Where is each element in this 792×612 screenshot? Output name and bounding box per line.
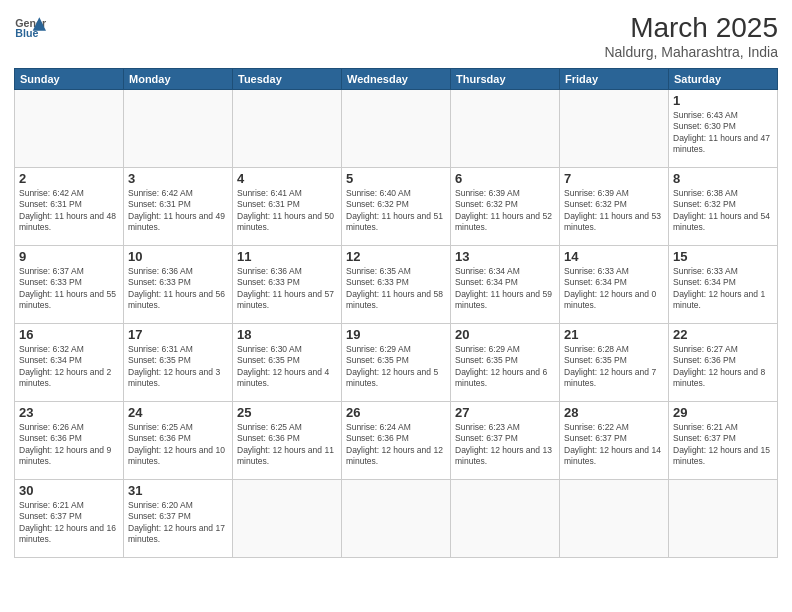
calendar-cell: 16Sunrise: 6:32 AMSunset: 6:34 PMDayligh… <box>15 324 124 402</box>
calendar-cell: 8Sunrise: 6:38 AMSunset: 6:32 PMDaylight… <box>669 168 778 246</box>
calendar-cell: 10Sunrise: 6:36 AMSunset: 6:33 PMDayligh… <box>124 246 233 324</box>
day-number: 19 <box>346 327 446 342</box>
day-info: Sunrise: 6:36 AMSunset: 6:33 PMDaylight:… <box>237 266 337 312</box>
day-info: Sunrise: 6:31 AMSunset: 6:35 PMDaylight:… <box>128 344 228 390</box>
day-number: 27 <box>455 405 555 420</box>
calendar-cell: 11Sunrise: 6:36 AMSunset: 6:33 PMDayligh… <box>233 246 342 324</box>
day-number: 13 <box>455 249 555 264</box>
day-number: 25 <box>237 405 337 420</box>
day-number: 5 <box>346 171 446 186</box>
day-number: 7 <box>564 171 664 186</box>
calendar-cell <box>233 90 342 168</box>
calendar-cell: 28Sunrise: 6:22 AMSunset: 6:37 PMDayligh… <box>560 402 669 480</box>
calendar-cell <box>451 90 560 168</box>
day-info: Sunrise: 6:37 AMSunset: 6:33 PMDaylight:… <box>19 266 119 312</box>
day-number: 9 <box>19 249 119 264</box>
calendar-cell: 9Sunrise: 6:37 AMSunset: 6:33 PMDaylight… <box>15 246 124 324</box>
calendar-week-5: 23Sunrise: 6:26 AMSunset: 6:36 PMDayligh… <box>15 402 778 480</box>
day-info: Sunrise: 6:41 AMSunset: 6:31 PMDaylight:… <box>237 188 337 234</box>
calendar-cell: 29Sunrise: 6:21 AMSunset: 6:37 PMDayligh… <box>669 402 778 480</box>
day-number: 10 <box>128 249 228 264</box>
calendar-cell: 17Sunrise: 6:31 AMSunset: 6:35 PMDayligh… <box>124 324 233 402</box>
day-info: Sunrise: 6:32 AMSunset: 6:34 PMDaylight:… <box>19 344 119 390</box>
day-number: 28 <box>564 405 664 420</box>
day-number: 18 <box>237 327 337 342</box>
calendar-cell: 12Sunrise: 6:35 AMSunset: 6:33 PMDayligh… <box>342 246 451 324</box>
calendar-cell <box>560 90 669 168</box>
day-number: 22 <box>673 327 773 342</box>
day-info: Sunrise: 6:26 AMSunset: 6:36 PMDaylight:… <box>19 422 119 468</box>
calendar-cell: 7Sunrise: 6:39 AMSunset: 6:32 PMDaylight… <box>560 168 669 246</box>
day-info: Sunrise: 6:43 AMSunset: 6:30 PMDaylight:… <box>673 110 773 156</box>
header: General Blue March 2025 Naldurg, Maharas… <box>14 12 778 60</box>
col-header-saturday: Saturday <box>669 69 778 90</box>
calendar-cell: 24Sunrise: 6:25 AMSunset: 6:36 PMDayligh… <box>124 402 233 480</box>
calendar-cell: 15Sunrise: 6:33 AMSunset: 6:34 PMDayligh… <box>669 246 778 324</box>
day-info: Sunrise: 6:23 AMSunset: 6:37 PMDaylight:… <box>455 422 555 468</box>
calendar-cell <box>342 480 451 558</box>
calendar-cell <box>124 90 233 168</box>
calendar-cell: 2Sunrise: 6:42 AMSunset: 6:31 PMDaylight… <box>15 168 124 246</box>
day-info: Sunrise: 6:29 AMSunset: 6:35 PMDaylight:… <box>346 344 446 390</box>
logo-icon: General Blue <box>14 12 46 44</box>
calendar-cell <box>669 480 778 558</box>
calendar-cell: 18Sunrise: 6:30 AMSunset: 6:35 PMDayligh… <box>233 324 342 402</box>
calendar-cell: 22Sunrise: 6:27 AMSunset: 6:36 PMDayligh… <box>669 324 778 402</box>
day-info: Sunrise: 6:27 AMSunset: 6:36 PMDaylight:… <box>673 344 773 390</box>
logo: General Blue <box>14 12 46 44</box>
day-number: 2 <box>19 171 119 186</box>
day-number: 4 <box>237 171 337 186</box>
day-info: Sunrise: 6:21 AMSunset: 6:37 PMDaylight:… <box>19 500 119 546</box>
day-number: 11 <box>237 249 337 264</box>
calendar: SundayMondayTuesdayWednesdayThursdayFrid… <box>14 68 778 558</box>
day-number: 26 <box>346 405 446 420</box>
day-number: 31 <box>128 483 228 498</box>
day-info: Sunrise: 6:25 AMSunset: 6:36 PMDaylight:… <box>128 422 228 468</box>
day-info: Sunrise: 6:38 AMSunset: 6:32 PMDaylight:… <box>673 188 773 234</box>
calendar-cell: 21Sunrise: 6:28 AMSunset: 6:35 PMDayligh… <box>560 324 669 402</box>
day-number: 17 <box>128 327 228 342</box>
day-info: Sunrise: 6:29 AMSunset: 6:35 PMDaylight:… <box>455 344 555 390</box>
day-info: Sunrise: 6:42 AMSunset: 6:31 PMDaylight:… <box>128 188 228 234</box>
calendar-cell: 26Sunrise: 6:24 AMSunset: 6:36 PMDayligh… <box>342 402 451 480</box>
col-header-sunday: Sunday <box>15 69 124 90</box>
calendar-cell <box>560 480 669 558</box>
day-number: 29 <box>673 405 773 420</box>
day-number: 3 <box>128 171 228 186</box>
day-info: Sunrise: 6:25 AMSunset: 6:36 PMDaylight:… <box>237 422 337 468</box>
day-number: 21 <box>564 327 664 342</box>
day-number: 6 <box>455 171 555 186</box>
title-block: March 2025 Naldurg, Maharashtra, India <box>604 12 778 60</box>
day-number: 23 <box>19 405 119 420</box>
calendar-cell: 6Sunrise: 6:39 AMSunset: 6:32 PMDaylight… <box>451 168 560 246</box>
day-info: Sunrise: 6:24 AMSunset: 6:36 PMDaylight:… <box>346 422 446 468</box>
calendar-cell: 1Sunrise: 6:43 AMSunset: 6:30 PMDaylight… <box>669 90 778 168</box>
calendar-cell: 14Sunrise: 6:33 AMSunset: 6:34 PMDayligh… <box>560 246 669 324</box>
day-info: Sunrise: 6:36 AMSunset: 6:33 PMDaylight:… <box>128 266 228 312</box>
day-number: 30 <box>19 483 119 498</box>
calendar-cell <box>451 480 560 558</box>
calendar-cell: 31Sunrise: 6:20 AMSunset: 6:37 PMDayligh… <box>124 480 233 558</box>
day-info: Sunrise: 6:22 AMSunset: 6:37 PMDaylight:… <box>564 422 664 468</box>
day-number: 14 <box>564 249 664 264</box>
col-header-wednesday: Wednesday <box>342 69 451 90</box>
col-header-tuesday: Tuesday <box>233 69 342 90</box>
day-info: Sunrise: 6:30 AMSunset: 6:35 PMDaylight:… <box>237 344 337 390</box>
calendar-week-4: 16Sunrise: 6:32 AMSunset: 6:34 PMDayligh… <box>15 324 778 402</box>
day-info: Sunrise: 6:21 AMSunset: 6:37 PMDaylight:… <box>673 422 773 468</box>
day-number: 16 <box>19 327 119 342</box>
day-number: 8 <box>673 171 773 186</box>
calendar-cell: 4Sunrise: 6:41 AMSunset: 6:31 PMDaylight… <box>233 168 342 246</box>
day-number: 1 <box>673 93 773 108</box>
col-header-friday: Friday <box>560 69 669 90</box>
month-year: March 2025 <box>604 12 778 44</box>
day-info: Sunrise: 6:33 AMSunset: 6:34 PMDaylight:… <box>673 266 773 312</box>
calendar-cell: 3Sunrise: 6:42 AMSunset: 6:31 PMDaylight… <box>124 168 233 246</box>
col-header-thursday: Thursday <box>451 69 560 90</box>
calendar-cell: 23Sunrise: 6:26 AMSunset: 6:36 PMDayligh… <box>15 402 124 480</box>
day-number: 15 <box>673 249 773 264</box>
day-info: Sunrise: 6:42 AMSunset: 6:31 PMDaylight:… <box>19 188 119 234</box>
day-number: 12 <box>346 249 446 264</box>
calendar-week-1: 1Sunrise: 6:43 AMSunset: 6:30 PMDaylight… <box>15 90 778 168</box>
calendar-week-6: 30Sunrise: 6:21 AMSunset: 6:37 PMDayligh… <box>15 480 778 558</box>
